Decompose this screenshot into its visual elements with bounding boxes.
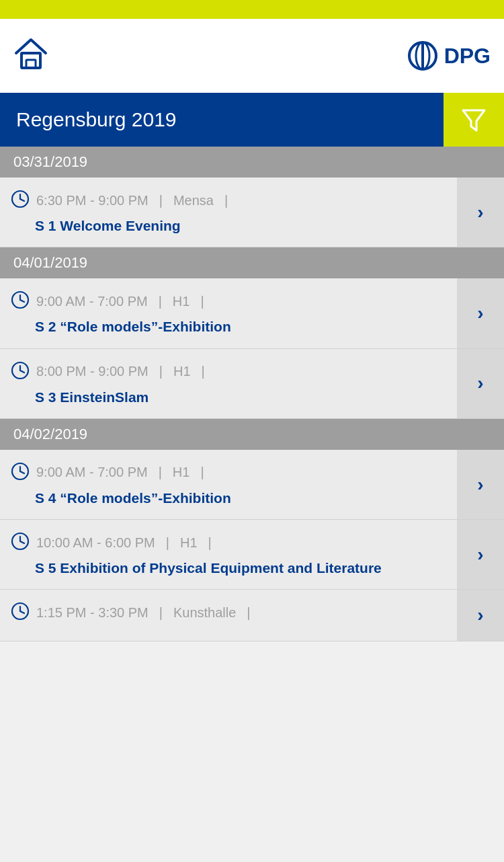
clock-icon [11,290,30,312]
event-content: 10:00 AM - 6:00 PM|H1|S 5 Exhibition of … [0,520,457,589]
clock-icon [11,462,30,483]
date-separator-0: 03/31/2019 [0,147,504,178]
event-separator: | [159,193,163,208]
event-content: 6:30 PM - 9:00 PM|Mensa|S 1 Welcome Even… [0,178,457,247]
chevron-right-icon: › [477,303,483,324]
filter-button[interactable] [444,93,504,147]
event-row: 9:00 AM - 7:00 PM|H1|S 2 “Role models”-E… [0,278,504,348]
event-detail-button[interactable]: › [457,590,504,641]
date-separator-2: 04/02/2019 [0,419,504,450]
event-time: 9:00 AM - 7:00 PM [36,294,148,309]
event-time: 6:30 PM - 9:00 PM [36,193,149,208]
top-status-bar [0,0,504,19]
event-separator-2: | [200,465,204,480]
chevron-right-icon: › [477,202,483,223]
title-bar: Regensburg 2019 [0,93,504,147]
event-time-line: 9:00 AM - 7:00 PM|H1| [11,462,446,483]
svg-marker-5 [463,110,485,130]
event-separator: | [159,294,162,309]
dpg-logo: DPG [407,40,491,72]
event-time: 8:00 PM - 9:00 PM [36,364,149,379]
event-content: 9:00 AM - 7:00 PM|H1|S 2 “Role models”-E… [0,278,457,348]
svg-line-8 [20,199,24,201]
event-location: H1 [173,364,191,379]
home-button[interactable] [13,37,48,75]
event-row: 10:00 AM - 6:00 PM|H1|S 5 Exhibition of … [0,520,504,590]
event-title: S 4 “Role models”-Exhibition [11,489,446,507]
svg-line-11 [20,300,24,302]
event-time: 1:15 PM - 3:30 PM [36,605,149,621]
event-location: Kunsthalle [173,605,236,621]
event-separator-2: | [208,535,212,551]
event-detail-button[interactable]: › [457,349,504,418]
event-time-line: 9:00 AM - 7:00 PM|H1| [11,290,446,312]
event-row: 1:15 PM - 3:30 PM|Kunsthalle|› [0,590,504,641]
event-separator-2: | [247,605,250,621]
conference-title-container: Regensburg 2019 [0,93,444,147]
event-time-line: 6:30 PM - 9:00 PM|Mensa| [11,190,446,211]
event-time-line: 10:00 AM - 6:00 PM|H1| [11,532,446,553]
event-detail-button[interactable]: › [457,178,504,247]
event-separator: | [159,465,162,480]
event-location: H1 [173,294,190,309]
chevron-right-icon: › [477,544,483,565]
clock-icon [11,190,30,211]
event-separator: | [159,605,163,621]
svg-line-14 [20,370,24,373]
clock-icon [11,361,30,383]
event-title: S 3 EinsteinSlam [11,388,446,406]
event-separator: | [166,535,169,551]
date-separator-1: 04/01/2019 [0,247,504,278]
events-list: 03/31/2019 6:30 PM - 9:00 PM|Mensa|S 1 W… [0,147,504,641]
clock-icon [11,602,30,623]
event-separator: | [159,364,163,379]
event-location: Mensa [173,193,214,208]
conference-title: Regensburg 2019 [16,108,177,131]
app-header: DPG [0,19,504,93]
event-separator-2: | [224,193,228,208]
svg-line-20 [20,541,24,543]
filter-icon [460,106,487,133]
event-row: 8:00 PM - 9:00 PM|H1|S 3 EinsteinSlam› [0,349,504,419]
event-row: 6:30 PM - 9:00 PM|Mensa|S 1 Welcome Even… [0,178,504,247]
dpg-label: DPG [444,44,491,69]
event-time: 10:00 AM - 6:00 PM [36,535,155,551]
event-content: 8:00 PM - 9:00 PM|H1|S 3 EinsteinSlam [0,349,457,418]
event-title: S 1 Welcome Evening [11,217,446,235]
chevron-right-icon: › [477,373,483,394]
event-content: 1:15 PM - 3:30 PM|Kunsthalle| [0,590,457,641]
event-title: S 5 Exhibition of Physical Equipment and… [11,559,446,577]
event-separator-2: | [202,364,205,379]
event-time-line: 8:00 PM - 9:00 PM|H1| [11,361,446,383]
event-title: S 2 “Role models”-Exhibition [11,317,446,336]
clock-icon [11,532,30,553]
event-row: 9:00 AM - 7:00 PM|H1|S 4 “Role models”-E… [0,450,504,520]
event-location: H1 [173,465,190,480]
event-detail-button[interactable]: › [457,278,504,348]
event-location: H1 [180,535,198,551]
event-detail-button[interactable]: › [457,450,504,519]
svg-line-17 [20,471,24,473]
event-content: 9:00 AM - 7:00 PM|H1|S 4 “Role models”-E… [0,450,457,519]
chevron-right-icon: › [477,604,483,626]
event-time: 9:00 AM - 7:00 PM [36,465,148,480]
event-detail-button[interactable]: › [457,520,504,589]
event-separator-2: | [200,294,204,309]
event-time-line: 1:15 PM - 3:30 PM|Kunsthalle| [11,602,446,623]
svg-line-23 [20,611,24,613]
chevron-right-icon: › [477,474,483,496]
